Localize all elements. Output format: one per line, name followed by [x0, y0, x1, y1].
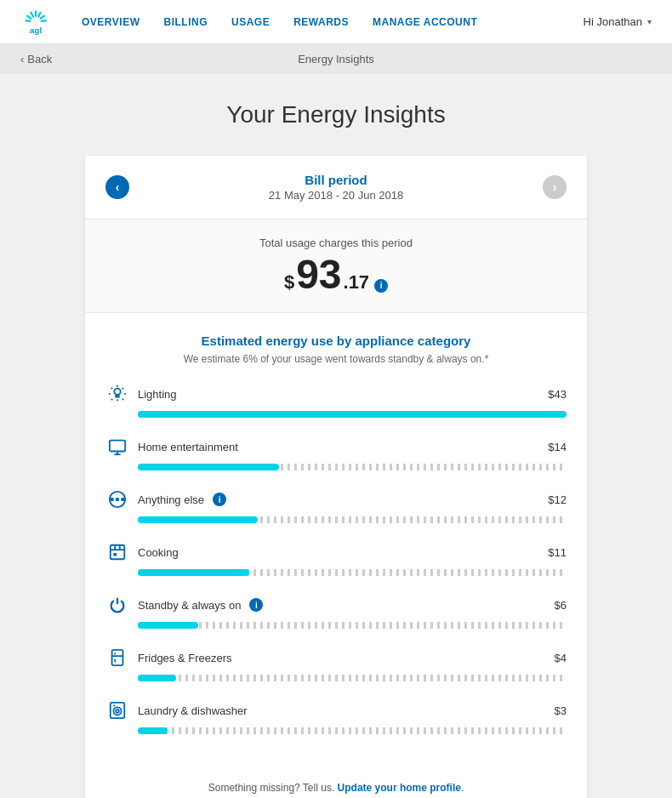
total-info-icon[interactable]: i	[374, 279, 388, 293]
bill-period-section: ‹ Bill period 21 May 2018 - 20 Jun 2018 …	[85, 156, 587, 219]
nav-rewards[interactable]: REWARDS	[293, 16, 349, 28]
lighting-icon	[105, 382, 129, 406]
appliance-name-fridges: Fridges & Freezers	[138, 652, 555, 664]
svg-rect-29	[113, 553, 117, 556]
page-title: Your Energy Insights	[14, 101, 658, 128]
svg-line-1	[38, 12, 40, 16]
chevron-down-icon: ▾	[647, 17, 652, 26]
svg-point-23	[121, 498, 125, 502]
bill-period-dates: 21 May 2018 - 20 Jun 2018	[129, 189, 543, 202]
svg-point-36	[116, 710, 119, 713]
svg-point-35	[113, 707, 121, 715]
bar-track-fridges	[138, 675, 567, 681]
appliance-item-cooking: Cooking $11	[105, 540, 567, 576]
power-icon	[105, 593, 129, 617]
appliance-item-entertainment: Home entertainment $14	[105, 435, 567, 470]
standby-info-icon[interactable]: i	[249, 598, 263, 612]
appliance-item-standby: Standby & always on i $6	[105, 593, 567, 629]
amount-whole: 93	[296, 254, 341, 295]
breadcrumb-bar: ‹ Back Energy Insights	[0, 44, 672, 74]
appliance-name-other: Anything else	[138, 493, 204, 506]
appliance-row-lighting: Lighting $43	[105, 382, 567, 406]
appliance-name-laundry: Laundry & dishwasher	[138, 704, 555, 717]
appliance-row-laundry: Laundry & dishwasher $3	[105, 698, 567, 722]
svg-rect-25	[111, 545, 125, 560]
svg-line-5	[42, 20, 46, 21]
bar-fill-cooking	[138, 569, 249, 576]
svg-line-6	[26, 20, 30, 21]
other-info-icon[interactable]: i	[213, 493, 226, 506]
bar-track-laundry	[138, 727, 567, 734]
appliance-row-fridges: Fridges & Freezers $4	[105, 646, 567, 670]
footer-suffix: .	[461, 782, 464, 794]
appliance-item-other: Anything else i $12	[105, 487, 567, 523]
cooking-icon	[105, 540, 129, 564]
svg-rect-18	[110, 441, 125, 452]
bar-track-cooking	[138, 569, 567, 576]
appliance-cost-cooking: $11	[548, 546, 567, 559]
svg-line-3	[31, 12, 33, 16]
back-arrow-icon: ‹	[20, 53, 24, 66]
appliance-name-lighting: Lighting	[138, 388, 548, 401]
main-nav: OVERVIEW BILLING USAGE REWARDS MANAGE AC…	[82, 16, 584, 28]
svg-point-22	[116, 498, 120, 502]
dots-icon	[105, 487, 129, 511]
appliance-title: Estimated energy use by appliance catego…	[105, 333, 567, 348]
svg-line-16	[122, 388, 123, 389]
appliance-section: Estimated energy use by appliance catego…	[85, 313, 587, 768]
svg-point-8	[114, 389, 120, 395]
dollar-sign: $	[284, 271, 294, 294]
header: agl OVERVIEW BILLING USAGE REWARDS MANAG…	[0, 0, 672, 44]
main-content: Your Energy Insights ‹ Bill period 21 Ma…	[0, 74, 672, 798]
next-period-button[interactable]: ›	[543, 175, 567, 199]
bar-track-other	[138, 516, 567, 523]
appliance-row-standby: Standby & always on i $6	[105, 593, 567, 617]
appliance-cost-standby: $6	[555, 599, 567, 612]
total-charges-label: Total usage charges this period	[105, 237, 567, 249]
appliance-row-cooking: Cooking $11	[105, 540, 567, 564]
appliance-name-entertainment: Home entertainment	[138, 441, 548, 453]
bar-fill-fridges	[138, 675, 176, 681]
update-profile-link[interactable]: Update your home profile	[338, 782, 461, 794]
appliance-cost-fridges: $4	[555, 652, 567, 664]
svg-line-12	[122, 399, 123, 400]
back-button[interactable]: ‹ Back	[20, 53, 52, 66]
nav-overview[interactable]: OVERVIEW	[82, 16, 140, 28]
svg-point-21	[110, 498, 114, 502]
appliance-name-standby: Standby & always on	[138, 599, 241, 612]
appliance-cost-entertainment: $14	[548, 441, 567, 453]
appliance-item-laundry: Laundry & dishwasher $3	[105, 698, 567, 734]
bar-fill-entertainment	[138, 464, 279, 470]
bar-fill-standby	[138, 622, 198, 629]
svg-line-4	[27, 15, 31, 18]
fridge-icon	[105, 646, 129, 670]
bar-track-lighting	[138, 411, 567, 418]
appliance-row-entertainment: Home entertainment $14	[105, 435, 567, 459]
bill-period-label: Bill period	[129, 173, 543, 187]
agl-logo-icon: agl	[20, 7, 51, 37]
nav-usage[interactable]: USAGE	[231, 16, 270, 28]
appliance-row-other: Anything else i $12	[105, 487, 567, 511]
user-menu[interactable]: Hi Jonathan ▾	[584, 15, 652, 28]
bill-period-info: Bill period 21 May 2018 - 20 Jun 2018	[129, 173, 543, 202]
amount-cents: .17	[344, 271, 370, 294]
svg-line-15	[111, 399, 112, 400]
appliance-cost-lighting: $43	[548, 388, 567, 401]
breadcrumb-title: Energy Insights	[298, 53, 374, 66]
svg-line-2	[41, 15, 44, 18]
appliance-name-cooking: Cooking	[138, 546, 548, 559]
card-footer: Something missing? Tell us. Update your …	[85, 768, 587, 798]
logo-area: agl	[20, 7, 54, 37]
svg-rect-30	[112, 650, 123, 665]
nav-billing[interactable]: BILLING	[163, 16, 208, 28]
appliance-item-fridges: Fridges & Freezers $4	[105, 646, 567, 681]
prev-period-button[interactable]: ‹	[105, 175, 129, 199]
laundry-icon	[105, 698, 129, 722]
insights-card: ‹ Bill period 21 May 2018 - 20 Jun 2018 …	[85, 156, 587, 798]
appliance-item-lighting: Lighting $43	[105, 382, 567, 418]
appliance-subtitle: We estimate 6% of your usage went toward…	[105, 353, 567, 365]
total-amount: $ 93 .17 i	[105, 254, 567, 295]
svg-rect-17	[115, 395, 120, 398]
nav-manage-account[interactable]: MANAGE ACCOUNT	[373, 16, 477, 28]
appliance-cost-other: $12	[548, 493, 567, 506]
